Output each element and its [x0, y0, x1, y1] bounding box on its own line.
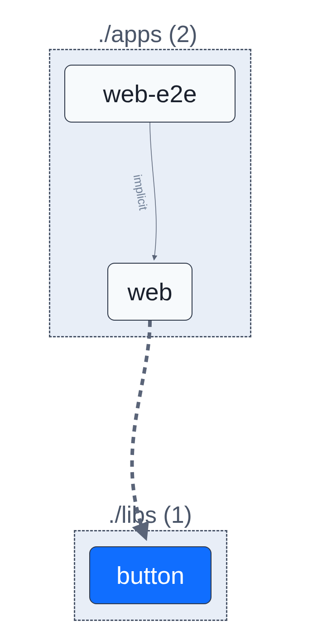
group-label-apps: ./apps (2): [98, 20, 197, 47]
node-button[interactable]: button: [89, 546, 212, 604]
node-web-e2e[interactable]: web-e2e: [64, 65, 236, 123]
group-label-libs: ./libs (1): [108, 501, 192, 528]
node-label-web-e2e: web-e2e: [103, 80, 197, 108]
node-label-button: button: [116, 561, 184, 589]
node-web[interactable]: web: [107, 263, 192, 321]
node-label-web: web: [127, 278, 172, 306]
